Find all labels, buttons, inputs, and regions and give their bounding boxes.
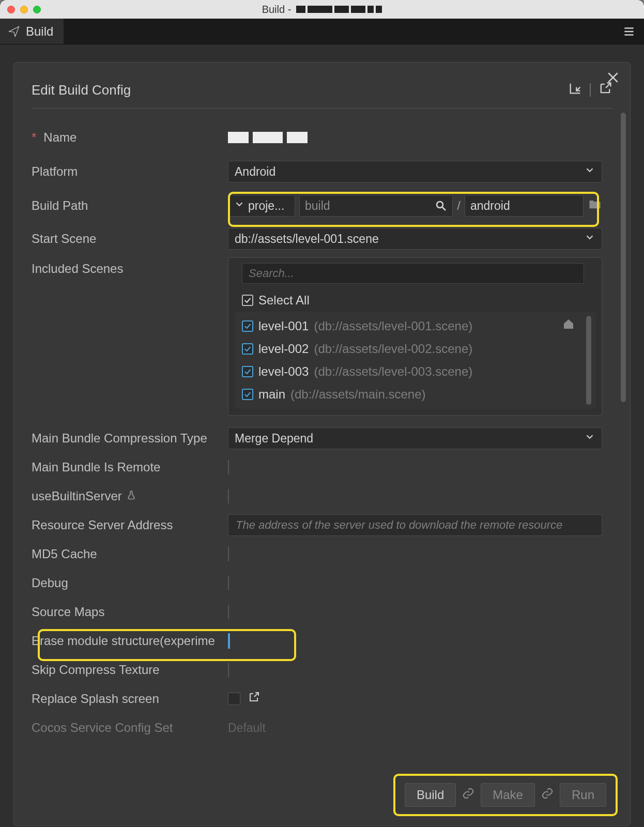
close-window-button[interactable] [7,6,15,13]
required-asterisk: * [32,130,36,145]
debug-label: Debug [32,576,68,590]
scene-scrollbar[interactable] [586,316,591,405]
build-button[interactable]: Build [405,783,456,807]
row-skip-compress: Skip Compress Texture [32,655,618,684]
cocos-label: Cocos Service Config Set [32,721,173,735]
scene-name: level-002 [258,342,309,356]
scene-checkbox[interactable] [242,366,253,377]
import-icon [568,81,582,96]
select-all-row[interactable]: Select All [235,289,595,312]
window-title: Build - [0,4,644,16]
folder-icon [588,197,602,211]
minimize-window-button[interactable] [20,6,28,13]
home-scene-button[interactable] [562,318,575,333]
row-included-scenes: Included Scenes Select All [32,257,618,421]
link-icon[interactable] [541,787,554,803]
start-scene-label: Start Scene [32,232,96,246]
start-scene-select[interactable]: db://assets/level-001.scene [228,228,602,250]
scene-name: main [258,387,285,402]
path-separator: / [457,198,461,213]
zoom-window-button[interactable] [33,6,41,13]
included-scenes-label: Included Scenes [32,262,123,276]
build-config-panel: Edit Build Config *Name [13,62,631,826]
row-resource-server: Resource Server Address The address of t… [32,511,618,540]
external-link-icon [248,691,260,703]
edit-splash-button[interactable] [248,691,260,707]
skip-compress-checkbox[interactable] [228,663,229,677]
link-icon[interactable] [462,787,474,803]
scene-row[interactable]: level-002 (db://assets/level-002.scene) [235,338,595,360]
panel-title: Edit Build Config [32,82,131,98]
erase-checkbox[interactable] [228,633,230,649]
scene-search-input[interactable] [242,263,584,284]
builtin-server-checkbox[interactable] [228,489,229,503]
row-cocos-config: Cocos Service Config Set Default [32,713,618,742]
scene-row[interactable]: level-003 (db://assets/level-003.scene) [235,360,595,383]
search-icon[interactable] [435,200,447,215]
form: *Name Platform Android [14,109,630,744]
select-all-checkbox[interactable] [242,295,253,306]
separator [590,83,591,97]
close-panel-button[interactable] [605,70,621,88]
scene-row[interactable]: main (db://assets/main.scene) [235,383,595,406]
scene-path: (db://assets/main.scene) [290,387,425,402]
skip-compress-label: Skip Compress Texture [32,663,160,677]
row-build-path: Build Path proje... build / and [32,191,618,220]
scenes-box: Select All level-001 (db://assets/level-… [228,257,602,416]
scene-checkbox[interactable] [242,389,253,400]
scene-checkbox[interactable] [242,343,253,355]
debug-checkbox[interactable] [228,576,229,590]
tab-label: Build [26,24,53,39]
hamburger-icon [622,25,636,38]
row-builtin-server: useBuiltinServer [32,482,618,511]
is-remote-checkbox[interactable] [228,460,229,474]
import-config-button[interactable] [568,81,582,99]
platform-select[interactable]: Android [228,161,602,182]
window: Build - Build Edit Build Config [0,0,644,827]
tab-bar: Build [0,19,644,44]
md5-checkbox[interactable] [228,547,229,561]
chevron-down-icon [584,431,595,446]
footer-actions-highlight: Build Make Run [393,774,618,816]
row-name: *Name [32,123,618,152]
row-sourcemaps: Source Maps [32,598,618,626]
row-platform: Platform Android [32,157,618,186]
platform-value: Android [235,165,275,179]
scene-checkbox[interactable] [242,320,253,332]
mac-titlebar: Build - [0,0,644,19]
name-value-redacted[interactable] [228,127,618,148]
splash-label: Replace Splash screen [32,692,159,706]
scene-name: level-003 [258,364,309,379]
row-is-remote: Main Bundle Is Remote [32,453,618,482]
compression-select[interactable]: Merge Depend [228,427,602,449]
row-splash: Replace Splash screen [32,684,618,713]
row-debug: Debug [32,569,618,598]
splash-checkbox[interactable] [228,693,240,705]
svg-point-5 [437,202,443,208]
build-path-target[interactable]: android [465,195,584,217]
build-path-root[interactable]: proje... [228,195,295,217]
panel-scrollbar[interactable] [621,113,626,402]
cocos-value: Default [228,721,266,734]
browse-folder-button[interactable] [588,197,602,215]
row-start-scene: Start Scene db://assets/level-001.scene [32,224,618,253]
sourcemaps-label: Source Maps [32,605,104,619]
row-compression: Main Bundle Compression Type Merge Depen… [32,424,618,453]
make-button[interactable]: Make [481,783,535,807]
resource-server-input[interactable]: The address of the server used to downlo… [228,514,602,536]
sourcemaps-checkbox[interactable] [228,605,229,619]
build-path-folder-input[interactable]: build [299,195,453,217]
traffic-lights [7,6,41,13]
menu-button[interactable] [614,19,644,44]
close-icon [605,70,621,85]
scene-path: (db://assets/level-001.scene) [314,319,472,333]
redacted-title [296,6,382,13]
md5-label: MD5 Cache [32,547,97,561]
svg-line-6 [442,207,446,210]
scene-row[interactable]: level-001 (db://assets/level-001.scene) [235,315,595,338]
run-button[interactable]: Run [560,783,606,807]
tab-build[interactable]: Build [0,19,64,44]
scene-path: (db://assets/level-002.scene) [314,342,472,356]
row-md5: MD5 Cache [32,540,618,569]
start-scene-value: db://assets/level-001.scene [235,232,379,246]
